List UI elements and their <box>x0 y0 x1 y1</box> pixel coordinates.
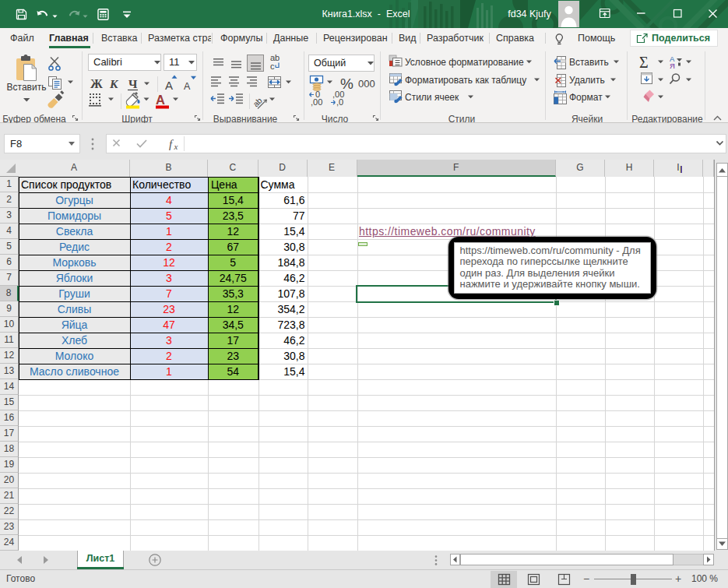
svg-text:Ч: Ч <box>128 77 138 90</box>
svg-text:000: 000 <box>358 78 375 90</box>
svg-text:A: A <box>165 79 173 92</box>
svg-text:Ж: Ж <box>90 77 103 90</box>
svg-text:Я: Я <box>670 62 675 70</box>
svg-text:c: c <box>270 62 275 71</box>
svg-text:,0: ,0 <box>336 97 343 107</box>
svg-text:A: A <box>156 93 165 107</box>
svg-text:,00: ,00 <box>311 97 322 107</box>
svg-text:Σ: Σ <box>639 54 649 71</box>
svg-text:x: x <box>174 142 178 151</box>
svg-text:К: К <box>109 77 119 90</box>
svg-text:f: f <box>169 138 174 150</box>
svg-text:ab: ab <box>251 96 264 109</box>
svg-text:A: A <box>184 81 191 92</box>
